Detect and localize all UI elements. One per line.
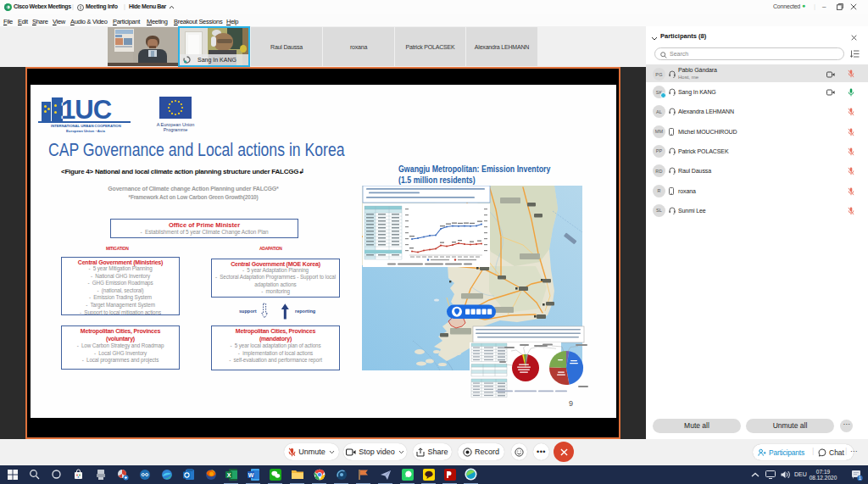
svg-text:X: X [226,471,231,477]
svg-text:W: W [248,471,253,477]
